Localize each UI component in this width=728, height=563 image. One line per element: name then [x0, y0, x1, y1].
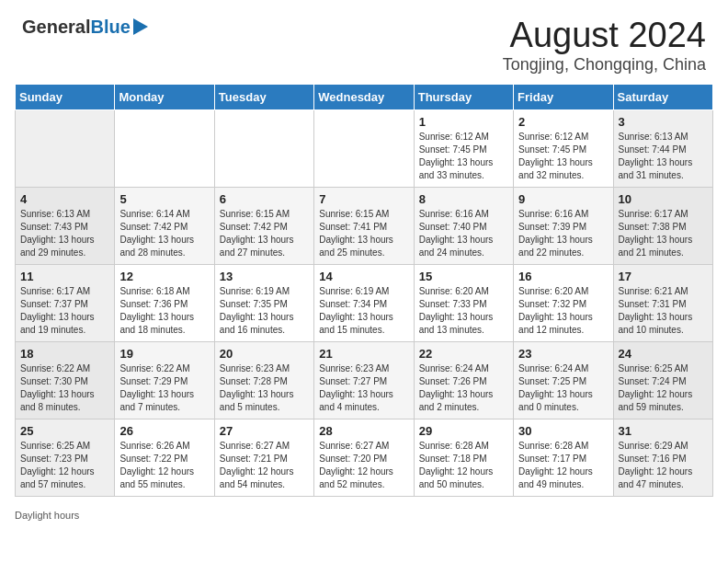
day-number: 17	[619, 270, 708, 283]
calendar-day-cell: 3Sunrise: 6:13 AMSunset: 7:44 PMDaylight…	[613, 109, 712, 187]
calendar-day-cell: 13Sunrise: 6:19 AMSunset: 7:35 PMDayligh…	[214, 264, 313, 341]
calendar-day-cell: 15Sunrise: 6:20 AMSunset: 7:33 PMDayligh…	[414, 264, 513, 341]
day-info: Sunrise: 6:13 AMSunset: 7:44 PMDaylight:…	[619, 131, 708, 182]
day-number: 26	[119, 424, 209, 438]
calendar-day-cell: 20Sunrise: 6:23 AMSunset: 7:28 PMDayligh…	[214, 341, 313, 419]
calendar-day-cell: 30Sunrise: 6:28 AMSunset: 7:17 PMDayligh…	[514, 419, 613, 496]
day-info: Sunrise: 6:27 AMSunset: 7:20 PMDaylight:…	[319, 440, 408, 491]
daylight-label: Daylight hours	[15, 510, 79, 521]
calendar-day-cell: 7Sunrise: 6:15 AMSunset: 7:41 PMDaylight…	[314, 187, 414, 264]
day-info: Sunrise: 6:24 AMSunset: 7:25 PMDaylight:…	[518, 362, 608, 414]
calendar-day-cell: 11Sunrise: 6:17 AMSunset: 7:37 PMDayligh…	[16, 264, 115, 341]
calendar-week-row: 25Sunrise: 6:25 AMSunset: 7:23 PMDayligh…	[16, 419, 713, 496]
calendar-day-cell: 14Sunrise: 6:19 AMSunset: 7:34 PMDayligh…	[314, 264, 414, 341]
day-info: Sunrise: 6:29 AMSunset: 7:16 PMDaylight:…	[619, 440, 708, 491]
day-info: Sunrise: 6:12 AMSunset: 7:45 PMDaylight:…	[419, 131, 508, 182]
day-number: 24	[619, 347, 708, 361]
day-number: 29	[419, 424, 508, 438]
day-info: Sunrise: 6:15 AMSunset: 7:41 PMDaylight:…	[319, 208, 408, 259]
day-number: 13	[220, 270, 309, 283]
calendar-day-cell: 24Sunrise: 6:25 AMSunset: 7:24 PMDayligh…	[613, 341, 712, 419]
calendar-day-cell: 23Sunrise: 6:24 AMSunset: 7:25 PMDayligh…	[514, 341, 613, 419]
day-number: 15	[419, 270, 508, 283]
calendar-day-cell: 8Sunrise: 6:16 AMSunset: 7:40 PMDaylight…	[414, 187, 513, 264]
logo-arrow-icon	[133, 18, 148, 35]
logo-general-text: General	[22, 17, 90, 38]
day-number: 4	[20, 192, 109, 206]
day-number: 9	[518, 192, 608, 206]
day-info: Sunrise: 6:14 AMSunset: 7:42 PMDaylight:…	[119, 208, 209, 259]
day-info: Sunrise: 6:22 AMSunset: 7:30 PMDaylight:…	[20, 362, 109, 414]
day-info: Sunrise: 6:25 AMSunset: 7:24 PMDaylight:…	[619, 362, 708, 414]
calendar-day-cell	[214, 109, 313, 187]
calendar-day-cell: 16Sunrise: 6:20 AMSunset: 7:32 PMDayligh…	[514, 264, 613, 341]
calendar-day-cell	[115, 109, 214, 187]
day-number: 22	[419, 347, 508, 361]
calendar-day-cell: 28Sunrise: 6:27 AMSunset: 7:20 PMDayligh…	[314, 419, 414, 496]
day-number: 7	[319, 192, 408, 206]
title-block: August 2024 Tongjing, Chongqing, China	[503, 17, 706, 75]
day-info: Sunrise: 6:28 AMSunset: 7:17 PMDaylight:…	[518, 440, 608, 491]
calendar-day-cell: 27Sunrise: 6:27 AMSunset: 7:21 PMDayligh…	[214, 419, 313, 496]
weekday-header-cell: Saturday	[613, 84, 712, 109]
calendar-day-cell	[16, 109, 115, 187]
day-number: 5	[119, 192, 209, 206]
calendar-day-cell: 10Sunrise: 6:17 AMSunset: 7:38 PMDayligh…	[613, 187, 712, 264]
day-info: Sunrise: 6:18 AMSunset: 7:36 PMDaylight:…	[119, 285, 209, 337]
logo-blue-text: Blue	[90, 17, 130, 38]
calendar-day-cell	[314, 109, 414, 187]
weekday-header-cell: Sunday	[16, 84, 115, 109]
day-info: Sunrise: 6:27 AMSunset: 7:21 PMDaylight:…	[220, 440, 309, 491]
weekday-header-cell: Wednesday	[314, 84, 414, 109]
calendar-day-cell: 25Sunrise: 6:25 AMSunset: 7:23 PMDayligh…	[16, 419, 115, 496]
weekday-header-cell: Tuesday	[214, 84, 313, 109]
calendar-day-cell: 19Sunrise: 6:22 AMSunset: 7:29 PMDayligh…	[115, 341, 214, 419]
calendar-week-row: 4Sunrise: 6:13 AMSunset: 7:43 PMDaylight…	[16, 187, 713, 264]
day-number: 31	[619, 424, 708, 438]
calendar-day-cell: 17Sunrise: 6:21 AMSunset: 7:31 PMDayligh…	[613, 264, 712, 341]
day-info: Sunrise: 6:23 AMSunset: 7:28 PMDaylight:…	[220, 362, 309, 414]
day-number: 25	[20, 424, 109, 438]
calendar-week-row: 18Sunrise: 6:22 AMSunset: 7:30 PMDayligh…	[16, 341, 713, 419]
day-info: Sunrise: 6:19 AMSunset: 7:34 PMDaylight:…	[319, 285, 408, 337]
weekday-header-cell: Friday	[514, 84, 613, 109]
day-number: 8	[419, 192, 508, 206]
calendar-day-cell: 18Sunrise: 6:22 AMSunset: 7:30 PMDayligh…	[16, 341, 115, 419]
calendar-week-row: 11Sunrise: 6:17 AMSunset: 7:37 PMDayligh…	[16, 264, 713, 341]
calendar-day-cell: 21Sunrise: 6:23 AMSunset: 7:27 PMDayligh…	[314, 341, 414, 419]
day-number: 16	[518, 270, 608, 283]
calendar-week-row: 1Sunrise: 6:12 AMSunset: 7:45 PMDaylight…	[16, 109, 713, 187]
calendar-day-cell: 6Sunrise: 6:15 AMSunset: 7:42 PMDaylight…	[214, 187, 313, 264]
day-info: Sunrise: 6:24 AMSunset: 7:26 PMDaylight:…	[419, 362, 508, 414]
day-number: 10	[619, 192, 708, 206]
weekday-header-cell: Thursday	[414, 84, 513, 109]
day-info: Sunrise: 6:20 AMSunset: 7:32 PMDaylight:…	[518, 285, 608, 337]
calendar-day-cell: 31Sunrise: 6:29 AMSunset: 7:16 PMDayligh…	[613, 419, 712, 496]
day-number: 27	[220, 424, 309, 438]
day-info: Sunrise: 6:16 AMSunset: 7:39 PMDaylight:…	[518, 208, 608, 259]
day-info: Sunrise: 6:23 AMSunset: 7:27 PMDaylight:…	[319, 362, 408, 414]
day-number: 28	[319, 424, 408, 438]
calendar-body: 1Sunrise: 6:12 AMSunset: 7:45 PMDaylight…	[16, 109, 713, 496]
day-number: 18	[20, 347, 109, 361]
day-number: 2	[518, 115, 608, 129]
weekday-header-row: SundayMondayTuesdayWednesdayThursdayFrid…	[16, 84, 713, 109]
day-info: Sunrise: 6:20 AMSunset: 7:33 PMDaylight:…	[419, 285, 508, 337]
day-number: 11	[20, 270, 109, 283]
day-number: 19	[119, 347, 209, 361]
day-info: Sunrise: 6:13 AMSunset: 7:43 PMDaylight:…	[20, 208, 109, 259]
day-info: Sunrise: 6:28 AMSunset: 7:18 PMDaylight:…	[419, 440, 508, 491]
calendar-day-cell: 2Sunrise: 6:12 AMSunset: 7:45 PMDaylight…	[514, 109, 613, 187]
day-info: Sunrise: 6:25 AMSunset: 7:23 PMDaylight:…	[20, 440, 109, 491]
calendar-day-cell: 1Sunrise: 6:12 AMSunset: 7:45 PMDaylight…	[414, 109, 513, 187]
day-number: 12	[119, 270, 209, 283]
location-title: Tongjing, Chongqing, China	[503, 55, 706, 75]
header: General Blue August 2024 Tongjing, Chong…	[0, 0, 728, 84]
calendar-day-cell: 9Sunrise: 6:16 AMSunset: 7:39 PMDaylight…	[514, 187, 613, 264]
day-info: Sunrise: 6:22 AMSunset: 7:29 PMDaylight:…	[119, 362, 209, 414]
weekday-header-cell: Monday	[115, 84, 214, 109]
calendar-table: SundayMondayTuesdayWednesdayThursdayFrid…	[15, 84, 713, 497]
day-info: Sunrise: 6:16 AMSunset: 7:40 PMDaylight:…	[419, 208, 508, 259]
day-info: Sunrise: 6:15 AMSunset: 7:42 PMDaylight:…	[220, 208, 309, 259]
day-number: 23	[518, 347, 608, 361]
